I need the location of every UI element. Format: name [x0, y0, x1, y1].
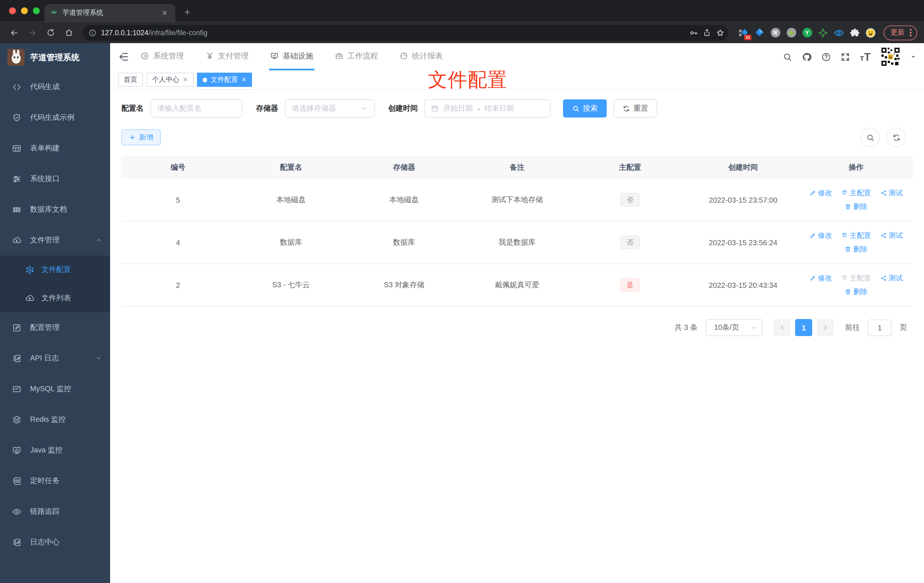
test-action[interactable]: 测试	[880, 231, 903, 240]
filter-form: 配置名 请输入配置名 存储器 请选择存储器 创建时间 开始日期 - 结束日期	[122, 99, 912, 117]
font-size-icon[interactable]: тT	[860, 51, 871, 62]
sidebar-item-file-list[interactable]: 文件列表	[0, 284, 110, 312]
action-label: 测试	[889, 231, 903, 240]
name-filter-input[interactable]: 请输入配置名	[150, 99, 243, 117]
top-menu-report[interactable]: 统计报表	[398, 43, 444, 70]
sidebar-item-config-manage[interactable]: 配置管理	[0, 312, 110, 343]
delete-action[interactable]: 删除	[845, 287, 868, 297]
forward-icon[interactable]	[25, 25, 40, 40]
storage-filter-select[interactable]: 请选择存储器	[285, 99, 375, 117]
app-logo-row[interactable]: 芋道管理系统	[0, 43, 110, 71]
kite-icon[interactable]	[754, 28, 764, 38]
master-config-action[interactable]: 主配置	[841, 231, 871, 240]
bookmark-star-icon[interactable]	[716, 28, 725, 37]
show-search-toggle-button[interactable]	[860, 128, 880, 147]
sidebar-item-system-api[interactable]: 系统接口	[0, 164, 110, 194]
dot-circle-icon[interactable]	[786, 28, 796, 38]
sidebar-item-redis-monitor[interactable]: Redis 监控	[0, 404, 110, 435]
top-menu-payment[interactable]: 支付管理	[204, 43, 250, 70]
github-icon[interactable]	[802, 52, 812, 61]
page-size-select[interactable]: 10条/页	[706, 319, 762, 336]
close-tab-icon[interactable]: ✕	[160, 8, 170, 18]
browser-tab[interactable]: 芋道管理系统 ✕	[44, 4, 175, 21]
help-icon[interactable]	[821, 52, 831, 61]
table-row: 2S3 - 七牛云S3 对象存储戴佩妮真可爱是2022-03-15 20:43:…	[122, 264, 912, 307]
refresh-table-button[interactable]	[886, 128, 906, 147]
calendar-icon	[431, 104, 439, 112]
address-bar[interactable]: 127.0.0.1:1024/infra/file/file-config	[83, 25, 728, 41]
emoji-avatar-icon[interactable]	[866, 28, 876, 38]
reload-icon[interactable]	[43, 25, 58, 40]
user-avatar-qr[interactable]	[880, 46, 901, 67]
maximize-window-button[interactable]	[33, 7, 40, 14]
password-key-icon[interactable]	[689, 28, 698, 37]
search-icon[interactable]	[783, 52, 792, 61]
green-star-icon[interactable]	[818, 28, 828, 38]
top-menu-label: 工作流程	[347, 51, 378, 61]
sidebar-item-file-config[interactable]: 文件配置	[0, 256, 110, 284]
action-label: 测试	[889, 188, 903, 198]
sidebar-item-db-doc[interactable]: 数据库文档	[0, 194, 110, 225]
row-name: 本地磁盘	[234, 195, 347, 205]
tag-profile[interactable]: 个人中心✕	[147, 73, 193, 87]
top-navbar: 系统管理支付管理基础设施工作流程统计报表 тT	[110, 43, 924, 70]
top-menu-infra[interactable]: 基础设施	[269, 43, 314, 70]
test-action[interactable]: 测试	[880, 273, 903, 283]
y-circle-icon[interactable]: Y	[802, 28, 812, 38]
goto-page-input[interactable]	[868, 319, 892, 336]
share-icon[interactable]	[703, 28, 711, 37]
sidebar-fold-icon[interactable]	[118, 51, 129, 63]
sidebar-item-cron-job[interactable]: 定时任务	[0, 466, 110, 496]
name-filter-placeholder: 请输入配置名	[157, 103, 201, 114]
page-number-1[interactable]: 1	[795, 319, 812, 336]
edit-action[interactable]: 修改	[809, 188, 832, 198]
edit-action[interactable]: 修改	[809, 273, 832, 283]
master-config-action[interactable]: 主配置	[841, 188, 871, 198]
sidebar-item-mysql-monitor[interactable]: MySQL 监控	[0, 373, 110, 404]
search-icon	[866, 133, 874, 142]
tampermonkey-icon[interactable]: 11	[738, 28, 749, 38]
browser-menu-icon[interactable]	[910, 29, 911, 36]
tag-file-config[interactable]: 文件配置✕	[197, 73, 252, 87]
delete-action[interactable]: 删除	[845, 202, 868, 211]
edit-action[interactable]: 修改	[809, 231, 832, 240]
sidebar-item-log-center[interactable]: 日志中心	[0, 527, 110, 557]
extensions-puzzle-icon[interactable]	[850, 28, 860, 38]
top-menu-workflow[interactable]: 工作流程	[334, 43, 379, 70]
sidebar-item-code-gen[interactable]: 代码生成	[0, 71, 110, 102]
docedit-icon	[12, 353, 21, 363]
sidebar-item-api-log[interactable]: API 日志	[0, 343, 110, 373]
window-controls[interactable]	[9, 7, 40, 14]
reset-button[interactable]: 重置	[614, 99, 657, 117]
add-button[interactable]: 新增	[122, 129, 161, 145]
prev-page-button[interactable]	[774, 319, 790, 336]
top-menu-system[interactable]: 系统管理	[140, 43, 185, 70]
test-action[interactable]: 测试	[880, 188, 903, 198]
close-tag-icon[interactable]: ✕	[241, 76, 246, 83]
cmd-circle-icon[interactable]: ⌘	[770, 28, 780, 38]
back-icon[interactable]	[7, 25, 21, 40]
site-info-icon[interactable]	[89, 29, 96, 36]
search-button[interactable]: 搜索	[563, 99, 607, 117]
tag-home[interactable]: 首页	[118, 73, 143, 87]
avatar-dropdown-caret-icon[interactable]	[911, 54, 916, 59]
dot-circle-icon-bg	[786, 28, 796, 38]
sidebar-item-file-manage[interactable]: 文件管理	[0, 225, 110, 256]
sidebar-item-java-monitor[interactable]: Java 监控	[0, 435, 110, 466]
browser-update-button[interactable]: 更新	[884, 25, 917, 40]
blue-eye-icon[interactable]	[834, 28, 844, 38]
close-window-button[interactable]	[9, 7, 16, 14]
next-page-button[interactable]	[817, 319, 834, 336]
close-tag-icon[interactable]: ✕	[183, 76, 188, 83]
fullscreen-icon[interactable]	[841, 52, 850, 61]
sidebar-item-form-builder[interactable]: 表单构建	[0, 133, 110, 164]
delete-action[interactable]: 删除	[845, 244, 868, 254]
sidebar-item-code-demo[interactable]: 代码生成示例	[0, 102, 110, 133]
minimize-window-button[interactable]	[21, 7, 28, 14]
new-tab-button[interactable]: +	[180, 5, 195, 20]
date-range-picker[interactable]: 开始日期 - 结束日期	[424, 99, 551, 117]
extension-badge: 11	[744, 35, 751, 40]
home-icon[interactable]	[61, 25, 76, 40]
sidebar-item-trace[interactable]: 链路追踪	[0, 496, 110, 527]
browser-tab-title: 芋道管理系统	[63, 8, 155, 18]
